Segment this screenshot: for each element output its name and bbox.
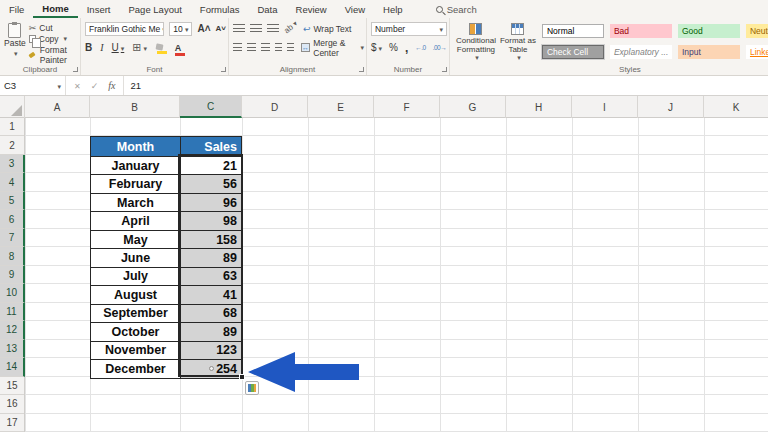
tab-view[interactable]: View — [336, 0, 374, 18]
cell-month[interactable]: January — [91, 157, 181, 174]
row-header-5[interactable]: 5 — [0, 192, 25, 210]
align-right-icon[interactable] — [261, 43, 270, 52]
increase-indent-icon[interactable] — [287, 43, 294, 52]
cell-style-linked-cell[interactable]: Linked Cell — [746, 45, 768, 59]
cancel-icon[interactable] — [74, 80, 81, 91]
tab-file[interactable]: File — [0, 0, 33, 18]
cell-month[interactable]: October — [91, 323, 181, 340]
header-cell-month[interactable]: Month — [91, 137, 181, 155]
cell-sales[interactable]: 41 — [181, 286, 241, 303]
bold-button[interactable]: B — [85, 42, 92, 53]
cell-sales[interactable]: 158 — [181, 231, 241, 248]
paste-button[interactable]: Paste — [4, 23, 26, 63]
cell-month[interactable]: May — [91, 231, 181, 248]
alignment-dialog-launcher-icon[interactable] — [359, 67, 364, 72]
row-header-7[interactable]: 7 — [0, 229, 25, 247]
orientation-icon[interactable]: ab — [282, 22, 295, 35]
cell-sales[interactable]: 96 — [181, 194, 241, 211]
row-header-14[interactable]: 14 — [0, 358, 25, 376]
cell-style-bad[interactable]: Bad — [610, 24, 672, 38]
percent-style-button[interactable]: % — [389, 42, 398, 53]
cell-month[interactable]: December — [91, 360, 181, 377]
column-header-g[interactable]: G — [440, 96, 506, 118]
wrap-text-button[interactable]: ↩ Wrap Text — [303, 24, 352, 34]
tab-page-layout[interactable]: Page Layout — [119, 0, 190, 18]
column-header-d[interactable]: D — [242, 96, 308, 118]
copy-button[interactable]: Copy — [29, 34, 78, 44]
font-color-button[interactable]: A — [173, 43, 183, 53]
cell-sales[interactable]: 89 — [181, 249, 241, 266]
search-box[interactable]: Search — [436, 4, 477, 15]
cell-month[interactable]: November — [91, 342, 181, 359]
cell-month[interactable]: July — [91, 268, 181, 285]
accounting-format-button[interactable]: $ — [371, 42, 382, 53]
column-header-e[interactable]: E — [308, 96, 374, 118]
cell-sales[interactable]: 56 — [181, 175, 241, 192]
column-header-c[interactable]: C — [180, 96, 242, 118]
column-header-f[interactable]: F — [374, 96, 440, 118]
fill-color-button[interactable] — [155, 44, 165, 51]
cell-style-normal[interactable]: Normal — [542, 24, 604, 38]
comma-style-button[interactable]: , — [405, 45, 408, 51]
row-header-11[interactable]: 11 — [0, 303, 25, 321]
name-box[interactable]: C3 — [0, 76, 66, 95]
align-left-icon[interactable] — [233, 43, 242, 52]
cell-style-input[interactable]: Input — [678, 45, 740, 59]
tab-help[interactable]: Help — [374, 0, 412, 18]
align-middle-icon[interactable] — [250, 24, 262, 33]
row-header-16[interactable]: 16 — [0, 395, 24, 413]
column-header-h[interactable]: H — [506, 96, 572, 118]
row-header-2[interactable]: 2 — [0, 136, 24, 154]
cell-month[interactable]: August — [91, 286, 181, 303]
conditional-formatting-button[interactable]: Conditional Formatting — [454, 23, 498, 63]
format-painter-button[interactable]: Format Painter — [29, 45, 78, 65]
cell-style-neutral[interactable]: Neutral — [746, 24, 768, 38]
align-bottom-icon[interactable] — [267, 24, 279, 33]
formula-input[interactable]: 21 — [124, 76, 768, 95]
format-as-table-button[interactable]: Format as Table — [498, 23, 538, 63]
cell-month[interactable]: June — [91, 249, 181, 266]
align-top-icon[interactable] — [233, 24, 245, 33]
column-header-k[interactable]: K — [704, 96, 768, 118]
column-header-i[interactable]: I — [572, 96, 638, 118]
row-header-8[interactable]: 8 — [0, 247, 25, 265]
paste-dropdown-icon[interactable] — [12, 48, 18, 58]
header-cell-sales[interactable]: Sales — [181, 137, 241, 155]
row-header-12[interactable]: 12 — [0, 321, 25, 339]
row-header-15[interactable]: 15 — [0, 377, 24, 395]
cell-month[interactable]: September — [91, 305, 181, 322]
enter-icon[interactable] — [91, 80, 99, 91]
cell-sales[interactable]: 123 — [181, 342, 241, 359]
tab-formulas[interactable]: Formulas — [191, 0, 249, 18]
fill-handle[interactable] — [239, 374, 245, 380]
increase-decimal-icon[interactable]: ←.0 — [415, 44, 425, 51]
clipboard-dialog-launcher-icon[interactable] — [73, 67, 78, 72]
cell-month[interactable]: March — [91, 194, 181, 211]
cell-style-check-cell[interactable]: Check Cell — [542, 45, 604, 59]
cell-sales[interactable]: 254 — [181, 360, 241, 377]
column-header-b[interactable]: B — [90, 96, 180, 118]
row-header-13[interactable]: 13 — [0, 340, 25, 358]
row-header-1[interactable]: 1 — [0, 118, 24, 136]
underline-button[interactable]: U — [112, 42, 125, 53]
tab-insert[interactable]: Insert — [78, 0, 120, 18]
cell-style-good[interactable]: Good — [678, 24, 740, 38]
font-size-select[interactable]: 10 — [169, 22, 192, 36]
column-header-j[interactable]: J — [638, 96, 704, 118]
select-all-button[interactable] — [0, 96, 25, 118]
row-header-4[interactable]: 4 — [0, 173, 25, 191]
merge-center-button[interactable]: ↔ Merge & Center — [301, 38, 364, 58]
row-header-17[interactable]: 17 — [0, 414, 24, 432]
cut-button[interactable]: ✂ Cut — [29, 23, 78, 33]
tab-data[interactable]: Data — [248, 0, 286, 18]
cell-month[interactable]: April — [91, 212, 181, 229]
cell-style-explanatory[interactable]: Explanatory ... — [610, 45, 672, 59]
align-center-icon[interactable] — [247, 43, 256, 52]
borders-button[interactable]: ⊞ — [132, 42, 147, 53]
sheet-body[interactable]: 1 2 3 4 5 6 7 8 9 10 11 12 13 14 15 16 1… — [0, 118, 768, 432]
tab-review[interactable]: Review — [287, 0, 336, 18]
cell-sales[interactable]: 68 — [181, 305, 241, 322]
number-format-select[interactable]: Number — [371, 22, 447, 36]
decrease-decimal-icon[interactable]: .00→ — [433, 44, 447, 51]
italic-button[interactable]: I — [100, 42, 103, 53]
